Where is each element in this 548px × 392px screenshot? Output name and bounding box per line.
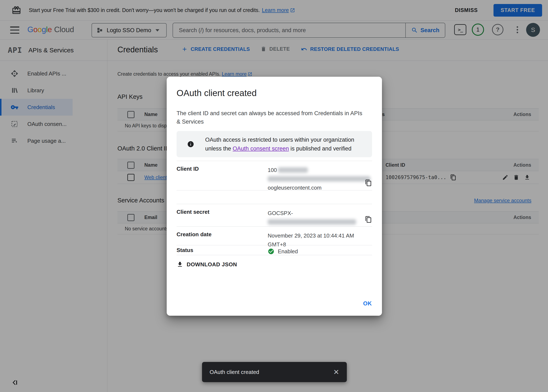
copy-icon[interactable] [365, 216, 372, 223]
toast-message: OAuth client created [209, 369, 259, 375]
client-secret-value: GOCSPX- [268, 204, 372, 226]
row-spacer [177, 190, 372, 204]
status-value: Enabled [268, 245, 372, 255]
client-id-row: Client ID 100 oogleusercontent.com [177, 161, 372, 190]
download-icon [177, 261, 183, 268]
ok-button[interactable]: OK [363, 300, 372, 307]
download-json-button[interactable]: DOWNLOAD JSON [177, 261, 237, 268]
toast-notification: OAuth client created ✕ [202, 362, 347, 382]
copy-icon[interactable] [365, 179, 372, 186]
redacted-text [268, 176, 370, 182]
client-secret-row: Client secret GOCSPX- [177, 204, 372, 227]
redacted-text [278, 167, 308, 173]
redacted-text [268, 219, 356, 225]
oauth-consent-screen-link[interactable]: OAuth consent screen [233, 146, 289, 152]
info-icon [187, 141, 194, 148]
dialog-title: OAuth client created [177, 88, 372, 98]
status-row: Status Enabled [177, 245, 372, 255]
creation-date-row: Creation date November 29, 2023 at 10:44… [177, 227, 372, 245]
oauth-client-created-dialog: OAuth client created The client ID and s… [167, 77, 382, 316]
dialog-body-text: The client ID and secret can always be a… [177, 109, 366, 126]
creation-date-value: November 29, 2023 at 10:44:41 AM GMT+8 [268, 227, 372, 245]
check-circle-icon [268, 248, 274, 255]
restricted-access-notice: OAuth access is restricted to users with… [177, 131, 372, 157]
notice-text: OAuth access is restricted to users with… [205, 135, 371, 153]
client-id-value: 100 oogleusercontent.com [268, 161, 372, 190]
dialog-detail-rows: Client ID 100 oogleusercontent.com Clien… [177, 161, 372, 255]
close-icon[interactable]: ✕ [333, 368, 339, 376]
status-badge: Enabled [278, 247, 298, 256]
